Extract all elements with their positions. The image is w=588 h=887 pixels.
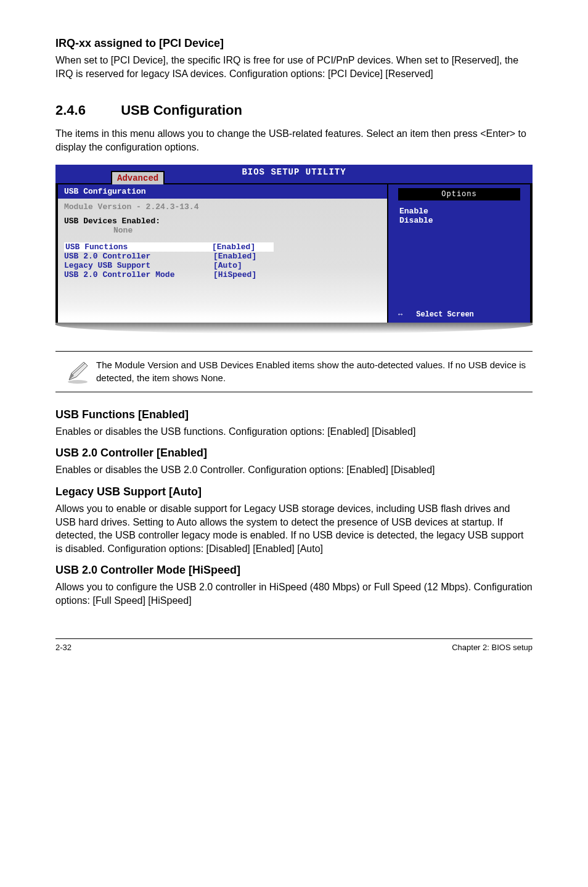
bios-tabbar: BIOS SETUP UTILITY Advanced — [55, 165, 533, 183]
svg-point-0 — [68, 380, 88, 384]
irq-body: When set to [PCI Device], the specific I… — [55, 54, 533, 80]
bios-nav-hint: ↔Select Screen — [398, 310, 524, 319]
bios-tab-advanced[interactable]: Advanced — [111, 171, 165, 184]
pencil-icon — [59, 360, 96, 384]
bios-left-pane: USB Configuration Module Version - 2.24.… — [58, 184, 388, 323]
bios-devices-enabled-value: None — [64, 226, 381, 235]
bios-row-label: USB 2.0 Controller Mode — [64, 270, 213, 279]
bios-right-pane: Options Enable Disable ↔Select Screen — [388, 184, 530, 323]
usb20-mode-heading: USB 2.0 Controller Mode [HiSpeed] — [55, 564, 533, 577]
bios-row-legacy-usb[interactable]: Legacy USB Support[Auto] — [64, 261, 381, 270]
irq-heading: IRQ-xx assigned to [PCI Device] — [55, 37, 533, 50]
bios-left-title: USB Configuration — [58, 184, 387, 199]
section-number: 2.4.6 — [55, 102, 117, 118]
usb-functions-heading: USB Functions [Enabled] — [55, 408, 533, 421]
bios-row-usb20-mode[interactable]: USB 2.0 Controller Mode[HiSpeed] — [64, 270, 381, 279]
bios-option-enable[interactable]: Enable — [388, 207, 530, 216]
footer-chapter-label: Chapter 2: BIOS setup — [452, 643, 533, 652]
bios-options-title: Options — [398, 188, 520, 200]
page-footer: 2-32 Chapter 2: BIOS setup — [55, 638, 533, 652]
bios-module-version: Module Version - 2.24.3-13.4 — [64, 202, 381, 212]
bios-devices-enabled-label: USB Devices Enabled: — [64, 217, 381, 226]
bios-row-label: Legacy USB Support — [64, 261, 213, 270]
note-box: The Module Version and USB Devices Enabl… — [55, 351, 533, 392]
bios-option-disable[interactable]: Disable — [388, 216, 530, 225]
bios-row-label: USB Functions — [64, 242, 212, 252]
left-right-arrow-icon: ↔ — [398, 310, 402, 319]
bios-row-usb-functions[interactable]: USB Functions[Enabled] — [64, 242, 381, 252]
usb20-controller-heading: USB 2.0 Controller [Enabled] — [55, 447, 533, 460]
note-text: The Module Version and USB Devices Enabl… — [96, 359, 529, 384]
section-title: USB Configuration — [121, 102, 242, 118]
section-heading: 2.4.6 USB Configuration — [55, 102, 533, 118]
footer-page-number: 2-32 — [55, 643, 71, 652]
bios-nav-label: Select Screen — [416, 310, 474, 319]
bios-screenshot: BIOS SETUP UTILITY Advanced USB Configur… — [55, 165, 533, 334]
legacy-usb-body: Allows you to enable or disable support … — [55, 502, 533, 555]
bios-curve-shadow — [55, 323, 533, 334]
bios-fadeout — [58, 310, 387, 323]
bios-row-usb20-controller[interactable]: USB 2.0 Controller[Enabled] — [64, 252, 381, 261]
section-intro: The items in this menu allows you to cha… — [55, 127, 533, 154]
bios-row-value: [Enabled] — [212, 242, 274, 252]
usb-functions-body: Enables or disables the USB functions. C… — [55, 425, 533, 439]
usb20-mode-body: Allows you to configure the USB 2.0 cont… — [55, 580, 533, 607]
legacy-usb-heading: Legacy USB Support [Auto] — [55, 485, 533, 498]
bios-row-value: [HiSpeed] — [213, 270, 275, 279]
bios-row-value: [Auto] — [213, 261, 275, 270]
bios-row-label: USB 2.0 Controller — [64, 252, 213, 261]
bios-row-value: [Enabled] — [213, 252, 275, 261]
bios-body: USB Configuration Module Version - 2.24.… — [55, 183, 533, 325]
usb20-controller-body: Enables or disables the USB 2.0 Controll… — [55, 463, 533, 477]
